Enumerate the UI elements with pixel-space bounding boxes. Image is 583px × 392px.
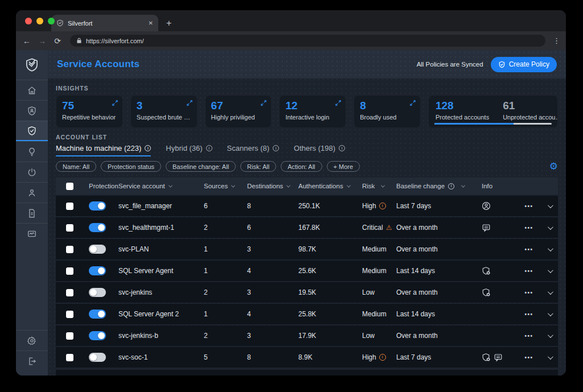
expand-icon[interactable] — [260, 100, 267, 106]
row-checkbox[interactable] — [66, 289, 73, 296]
row-checkbox[interactable] — [66, 224, 73, 232]
expand-row-icon[interactable] — [547, 246, 553, 251]
sidebar-item-service-accounts[interactable] — [16, 121, 48, 141]
expand-icon[interactable] — [335, 100, 342, 106]
row-actions-button[interactable]: ••• — [524, 311, 533, 317]
insight-card[interactable]: 75 Repetitive behavior — [56, 95, 123, 128]
sidebar-item-shield-user[interactable] — [16, 100, 48, 121]
risk-value: Medium — [362, 245, 387, 253]
protection-toggle[interactable] — [89, 331, 106, 340]
reload-button[interactable]: ⟳ — [52, 36, 63, 46]
select-all-checkbox[interactable] — [66, 183, 73, 190]
filter-chip[interactable]: Name: All — [56, 161, 96, 172]
baseline-change-value: Last 7 days — [396, 353, 482, 361]
row-checkbox[interactable] — [66, 332, 73, 340]
row-actions-button[interactable]: ••• — [524, 290, 533, 296]
baseline-change-value: Over a month — [396, 245, 482, 253]
row-checkbox[interactable] — [66, 354, 73, 361]
expand-row-icon[interactable] — [547, 267, 553, 273]
table-row[interactable]: SQL Server Agent 1 4 25.6K Medium i ⚠ La… — [56, 261, 558, 281]
expand-row-icon[interactable] — [547, 311, 553, 316]
expand-row-icon[interactable] — [547, 289, 553, 295]
row-actions-button[interactable]: ••• — [524, 354, 533, 361]
column-baseline-change[interactable]: Baseline changei — [396, 183, 482, 189]
account-type-tab[interactable]: Machine to machine (223) i — [56, 144, 151, 156]
column-authentications[interactable]: Authentications — [298, 183, 362, 189]
insight-card[interactable]: 3 Suspected brute f… — [130, 95, 198, 128]
back-button[interactable]: ← — [22, 36, 32, 46]
zoom-window-button[interactable] — [48, 18, 55, 24]
account-type-tab[interactable]: Hybrid (36) i — [166, 144, 212, 156]
column-service-account[interactable]: Service account — [118, 183, 204, 189]
tab-close-icon[interactable]: ✕ — [149, 20, 153, 26]
row-actions-button[interactable]: ••• — [524, 268, 533, 274]
row-actions-button[interactable]: ••• — [524, 225, 533, 231]
row-actions-button[interactable]: ••• — [524, 203, 533, 209]
filter-chip[interactable]: Action: All — [281, 161, 322, 172]
table-row[interactable]: svc-jenkins 2 3 19.5K Low i ⚠ Over a mon… — [56, 282, 558, 303]
filter-chip[interactable]: + More — [327, 161, 360, 172]
insight-label: Repetitive behavior — [62, 114, 117, 121]
url-bar[interactable]: https://silverfort.com/ — [70, 35, 545, 47]
table-row[interactable]: svc_healthmgmt-1 2 6 167.8K Critical i ⚠… — [56, 217, 558, 238]
row-checkbox[interactable] — [66, 203, 73, 210]
account-type-tab[interactable]: Others (198) i — [294, 144, 345, 156]
close-window-button[interactable] — [25, 18, 32, 24]
filter-chip[interactable]: Risk: All — [240, 161, 276, 172]
expand-row-icon[interactable] — [547, 203, 553, 208]
protection-summary-card[interactable]: 128 Protected accounts 61 Unprotected ac… — [428, 95, 558, 128]
table-row[interactable]: svc-soc-1 5 8 8.9K High i ⚠ Last 7 days — [56, 347, 558, 368]
row-checkbox[interactable] — [66, 311, 73, 318]
table-row[interactable]: svc-jenkins-b 2 3 17.9K Low i ⚠ Over a m… — [56, 325, 558, 346]
protection-toggle[interactable] — [89, 245, 106, 254]
column-risk[interactable]: Risk — [362, 183, 396, 189]
expand-icon[interactable] — [112, 100, 118, 106]
column-destinations[interactable]: Destinations — [247, 183, 298, 189]
shield-plus-icon — [482, 266, 491, 275]
filter-chip[interactable]: Protection status — [101, 161, 161, 172]
sidebar-item-logs[interactable] — [16, 203, 48, 223]
table-row[interactable]: svc-PLAN 1 3 98.7K Medium i ⚠ Over a mon… — [56, 239, 558, 259]
browser-menu-icon[interactable]: ⋮ — [553, 36, 560, 45]
create-policy-button[interactable]: Create Policy — [491, 57, 557, 72]
protection-toggle[interactable] — [89, 223, 106, 232]
table-row[interactable]: SQL Server Agent 2 1 4 25.8K Medium i ⚠ … — [56, 304, 558, 324]
sidebar-item-monitoring[interactable] — [16, 223, 48, 244]
protection-toggle[interactable] — [89, 266, 106, 275]
table-settings-gear-icon[interactable]: ⚙ — [549, 162, 558, 171]
protection-toggle[interactable] — [89, 310, 106, 319]
authentications-value: 250.1K — [298, 202, 362, 210]
browser-tab[interactable]: Silverfort ✕ — [51, 15, 158, 31]
insight-card[interactable]: 8 Broadly used — [354, 95, 421, 128]
expand-icon[interactable] — [186, 100, 193, 106]
protection-toggle[interactable] — [89, 288, 106, 297]
table-row[interactable]: svc_file_manager 6 8 250.1K High i ⚠ Las… — [56, 196, 558, 216]
protection-toggle[interactable] — [89, 353, 106, 362]
insight-card[interactable]: 12 Interactive login — [279, 95, 346, 128]
column-sources[interactable]: Sources — [204, 183, 247, 189]
sidebar-item-insights[interactable] — [16, 141, 48, 162]
row-checkbox[interactable] — [66, 267, 73, 275]
new-tab-button[interactable]: + — [166, 15, 171, 31]
minimize-window-button[interactable] — [36, 18, 43, 24]
protection-toggle[interactable] — [89, 201, 106, 211]
sidebar-item-logout[interactable] — [16, 350, 48, 371]
filter-chip[interactable]: Baseline change: All — [166, 161, 236, 172]
row-actions-button[interactable]: ••• — [524, 246, 533, 253]
sidebar-item-enforcement[interactable] — [16, 162, 48, 182]
sidebar-item-users[interactable] — [16, 182, 48, 203]
expand-row-icon[interactable] — [547, 224, 553, 230]
expand-row-icon[interactable] — [547, 354, 553, 360]
sidebar-item-home[interactable] — [16, 80, 48, 100]
expand-icon[interactable] — [409, 100, 416, 106]
silverfort-logo[interactable] — [16, 50, 48, 80]
row-actions-button[interactable]: ••• — [524, 333, 533, 339]
insight-card[interactable]: 67 Highly priviliged — [205, 95, 272, 128]
sidebar-item-settings[interactable] — [16, 330, 48, 350]
account-type-tab[interactable]: Scanners (8) i — [227, 144, 279, 156]
protected-label: Protected accounts — [436, 114, 489, 121]
expand-row-icon[interactable] — [547, 332, 553, 338]
baseline-change-value: Over a month — [396, 224, 482, 232]
forward-button[interactable]: → — [37, 36, 47, 46]
row-checkbox[interactable] — [66, 246, 73, 253]
